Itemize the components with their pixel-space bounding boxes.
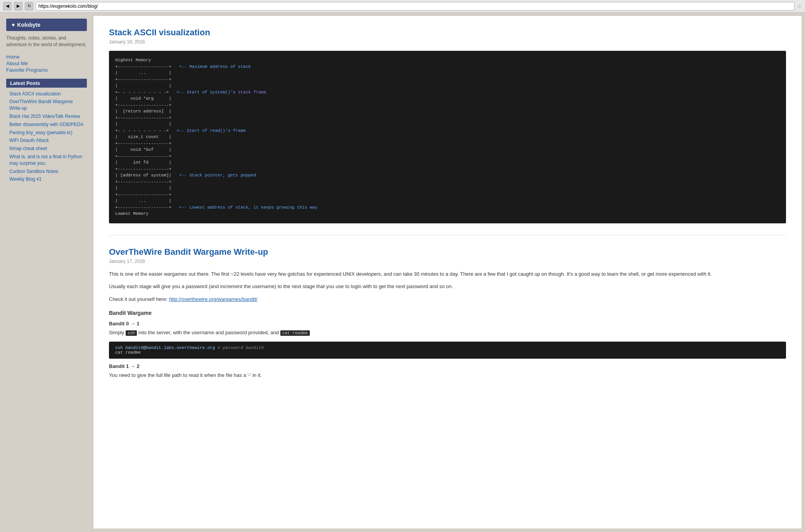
refresh-button[interactable]: ↻ (25, 2, 33, 10)
bandit12-heading: Bandit 1 → 2 (109, 363, 786, 369)
heart-icon: ♥ (12, 22, 15, 28)
sidebar-post-link[interactable]: Cuckoo Sandbox Notes (6, 168, 87, 176)
post2-title: OverTheWire Bandit Wargame Write-up (109, 247, 786, 257)
bandit01-heading: Bandit 0 → 1 (109, 321, 786, 326)
logo-text: Kolobyte (17, 22, 40, 28)
post1-date: January 18, 2016 (109, 39, 786, 45)
bandit01-code-block: ssh bandit0@bandit.labs.overthewire.org … (109, 342, 786, 359)
check-text: Check it out yourself here: (109, 296, 169, 302)
bandit01-body: Simply ssh into the server, with the use… (109, 329, 786, 337)
bandit01-inline-code1: ssh (126, 330, 137, 336)
sidebar-post-link[interactable]: Black Hat 2015 Video/Talk Review (6, 112, 87, 121)
nav-home[interactable]: Home (6, 54, 87, 60)
site-logo[interactable]: ♥ Kolobyte (6, 19, 87, 31)
sidebar-post-link[interactable]: Pwning tiny_easy (pwnable.kr) (6, 129, 87, 137)
sidebar: ♥ Kolobyte Thoughts, notes, stories, and… (0, 12, 93, 532)
site-tagline: Thoughts, notes, stories, and adventure … (6, 35, 87, 48)
sidebar-posts-list: Stack ASCII visualizationOverTheWire Ban… (6, 90, 87, 184)
sidebar-post-link[interactable]: WiFi Deauth Attack (6, 136, 87, 145)
main-nav: Home About Me Favorite Programs (6, 54, 87, 73)
nav-about[interactable]: About Me (6, 60, 87, 67)
post-separator (109, 235, 786, 235)
post2-intro1: This is one of the easier wargames out t… (109, 270, 786, 278)
browser-toolbar: ◀ ▶ ↻ ☆ (0, 0, 805, 12)
post1-title: Stack ASCII visualization (109, 28, 786, 38)
post2-date: January 17, 2016 (109, 259, 786, 264)
post2-check-link-line: Check it out yourself here: http://overt… (109, 295, 786, 304)
latest-posts-label: Latest Posts (6, 79, 87, 88)
sidebar-post-link[interactable]: What is, and is not a float in Python ma… (6, 153, 87, 168)
overthewire-link[interactable]: http://overthewire.org/wargames/bandit/ (169, 296, 257, 302)
sidebar-post-link[interactable]: OverTheWire Bandit Wargame Write-up (6, 98, 87, 112)
bandit01-text-prefix: Simply (109, 330, 126, 335)
sidebar-post-link[interactable]: Weekly Blog #1 (6, 175, 87, 183)
post2-intro2: Usually each stage will give you a passw… (109, 283, 786, 291)
sidebar-post-link[interactable]: Better disassembly with GDB/PEDA (6, 121, 87, 129)
bookmark-icon[interactable]: ☆ (797, 3, 802, 9)
sidebar-post-link[interactable]: Stack ASCII visualization (6, 90, 87, 98)
main-content: Stack ASCII visualization January 18, 20… (93, 16, 802, 529)
post1-code-block: Highest Memory +--------------------+ <-… (109, 51, 786, 223)
post-overthewire: OverTheWire Bandit Wargame Write-up Janu… (109, 247, 786, 380)
bandit-wargame-heading: Bandit Wargame (109, 310, 786, 316)
address-bar[interactable] (36, 2, 795, 10)
bandit01-inline-code2: cat readme (280, 330, 310, 336)
nav-favorite[interactable]: Favorite Programs (6, 67, 87, 73)
forward-button[interactable]: ▶ (14, 2, 22, 10)
bandit01-text-mid: into the server, with the username and p… (137, 330, 280, 335)
post-stack-ascii: Stack ASCII visualization January 18, 20… (109, 28, 786, 223)
back-button[interactable]: ◀ (3, 2, 12, 10)
bandit12-body: You need to give the full file path to r… (109, 371, 786, 380)
sidebar-post-link[interactable]: Nmap cheat sheet (6, 145, 87, 153)
page-layout: ♥ Kolobyte Thoughts, notes, stories, and… (0, 12, 805, 532)
